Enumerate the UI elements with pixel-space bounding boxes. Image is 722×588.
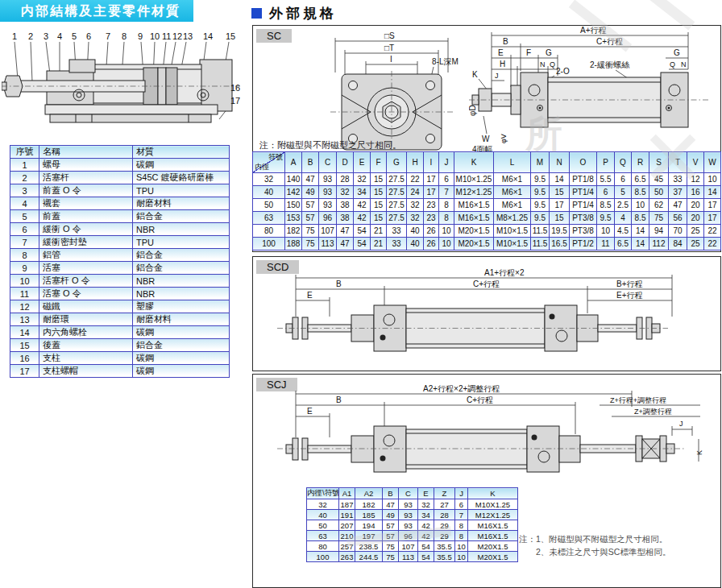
table-cell: 32 [354, 173, 371, 186]
table-cell: 94 [649, 225, 669, 238]
table-cell: 9.5 [531, 173, 550, 186]
svg-text:E: E [307, 407, 313, 416]
table-cell: M6×1 [494, 186, 531, 199]
column-header: J [455, 488, 468, 499]
sc-table-corner: 符號 内徑 [253, 152, 285, 173]
table-cell: 後蓋 [39, 339, 133, 352]
svg-text:J: J [679, 420, 683, 428]
column-header: O [570, 152, 597, 173]
sc-section-label: SC [256, 29, 292, 43]
table-cell: 32 [407, 199, 424, 212]
table-cell: 13 [10, 313, 39, 326]
table-row: 16支柱碳鋼 [10, 352, 230, 365]
table-cell: 10 [597, 225, 615, 238]
svg-text:2-緩衝螺絲: 2-緩衝螺絲 [590, 60, 630, 69]
svg-text:Z+調整行程: Z+調整行程 [634, 408, 672, 416]
table-cell: 182 [355, 499, 383, 510]
table-cell: 49 [383, 510, 399, 520]
table-row: 40142499332341527.524177M12×1.25M6×19.51… [253, 186, 721, 199]
catalog-page: 内部結構及主要零件材質 [0, 0, 722, 588]
table-cell: 50 [307, 520, 339, 531]
table-cell: 11 [597, 238, 615, 251]
table-cell: 57 [302, 212, 319, 225]
svg-text:12: 12 [172, 31, 182, 41]
table-cell: 9.5 [531, 199, 550, 212]
table-cell: 57 [302, 199, 319, 212]
table-cell: 32 [337, 186, 354, 199]
table-cell: 40 [307, 510, 339, 520]
table-cell: 15 [550, 212, 570, 225]
table-cell: 碳鋼 [133, 159, 230, 172]
table-cell: 支柱 [39, 352, 133, 365]
table-cell: 96 [399, 531, 418, 541]
sc-note: 注：附磁型與不附磁型之尺寸相同。 [259, 139, 401, 151]
column-header: K [468, 488, 518, 499]
table-cell: PT1/8 [570, 173, 597, 186]
table-cell: 140 [285, 173, 302, 186]
table-cell: M16×1.5 [454, 212, 494, 225]
table-cell: M12X1.25 [468, 510, 518, 520]
column-header: E [354, 152, 371, 173]
column-header: I [424, 152, 439, 173]
column-header: F [371, 152, 387, 173]
table-cell: 6 [10, 223, 39, 236]
table-cell: 27.5 [387, 199, 407, 212]
table-cell: M10×1.25 [454, 173, 494, 186]
table-row: 63153579638421527.532238M16×1.5M8×1.259.… [253, 212, 721, 225]
table-cell: 27.5 [387, 173, 407, 186]
table-cell: 8 [10, 249, 39, 262]
table-cell: 93 [319, 199, 337, 212]
section-header-internal-structure: 内部結構及主要零件材質 [0, 0, 193, 22]
table-cell: 耐磨材料 [133, 197, 230, 210]
table-cell: M16X1.5 [468, 531, 518, 541]
table-cell: 194 [355, 520, 383, 531]
table-row: 3前蓋 O 令TPU [10, 184, 230, 197]
scj-dimension-table: 内徑\符號 A1A2BCEZJK 32187182479332276M10X1.… [306, 487, 518, 562]
table-cell: TPU [133, 184, 230, 197]
table-cell: 活塞 [39, 262, 133, 275]
table-cell: 襯套 [39, 197, 133, 210]
column-header: K [454, 152, 494, 173]
table-row: 10活塞杆 O 令NBR [10, 275, 230, 288]
table-cell: 緩衝 O 令 [39, 223, 133, 236]
table-cell: 16 [687, 186, 704, 199]
table-cell: 150 [285, 199, 302, 212]
svg-text:G: G [674, 48, 680, 57]
table-cell: 17 [424, 186, 439, 199]
table-cell: 螺母 [39, 159, 133, 172]
scd-drawing: A1+行程×2 B C+行程 B+行程 E E+行程 [265, 268, 704, 358]
table-row: 5前蓋鋁合金 [10, 210, 230, 223]
svg-text:2-O: 2-O [556, 67, 570, 76]
table-row: 8鋁管鋁合金 [10, 249, 230, 262]
table-row: 6緩衝 O 令NBR [10, 223, 230, 236]
table-cell: 62 [649, 199, 669, 212]
table-cell: 6 [439, 173, 454, 186]
blue-square-bullet-icon [251, 8, 262, 19]
table-cell: 47 [337, 225, 354, 238]
table-row: 11活塞 O 令NBR [10, 288, 230, 300]
table-cell: 80 [253, 225, 285, 238]
table-cell: 24 [407, 186, 424, 199]
table-cell: M20×1.5 [454, 225, 494, 238]
column-header: A [285, 152, 302, 173]
svg-text:A+行程: A+行程 [580, 26, 607, 35]
table-cell: 185 [355, 510, 383, 520]
table-cell: 257 [339, 541, 355, 552]
table-cell: 182 [285, 225, 302, 238]
svg-text:A1+行程×2: A1+行程×2 [484, 268, 525, 277]
svg-text:8-L深M: 8-L深M [432, 57, 459, 66]
table-row: 32140479328321527.522176M10×1.25M6×19.51… [253, 173, 721, 186]
scj-body [277, 426, 684, 472]
table-cell: TPU [133, 236, 230, 249]
table-cell: 2.5 [615, 199, 632, 212]
table-cell: 支柱螺帽 [39, 365, 133, 378]
table-cell: 17 [424, 173, 439, 186]
table-cell: 12 [10, 300, 39, 313]
column-header: E [418, 488, 434, 499]
table-cell: 14 [704, 186, 721, 199]
table-cell: PT1/4 [570, 186, 597, 199]
table-cell: 7 [455, 510, 468, 520]
table-cell: 27.5 [387, 186, 407, 199]
table-cell: 3 [10, 184, 39, 197]
table-cell: 35.5 [434, 552, 455, 562]
